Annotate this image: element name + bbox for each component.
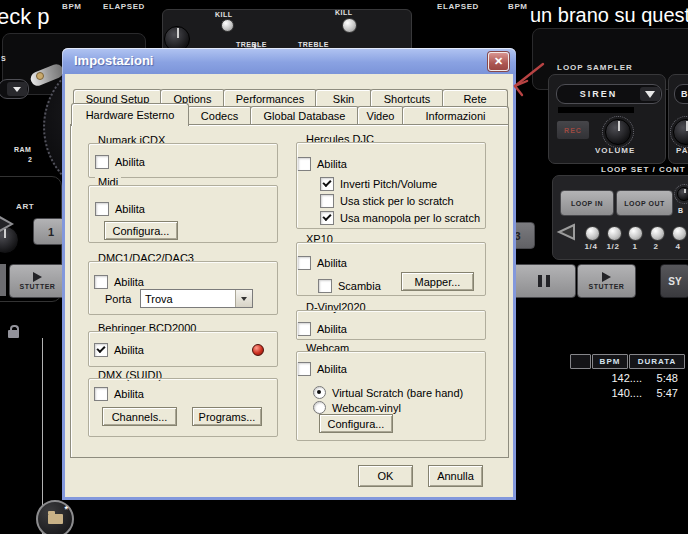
group-hercules: Hercules DJC Abilita Inverti Pitch/Volum…: [296, 136, 486, 229]
tab-label: Performances: [236, 93, 304, 105]
midi-configure-button[interactable]: Configura...: [104, 221, 178, 240]
chevron-down-icon[interactable]: [235, 290, 252, 307]
dmx-programs-button[interactable]: Programs...: [192, 407, 262, 426]
xp10-mapper-button[interactable]: Mapper...: [401, 272, 474, 291]
tab-label: Codecs: [201, 110, 238, 122]
tab-informazioni[interactable]: Informazioni: [402, 106, 509, 124]
group-dvinyl: D-Vinyl2020 Abilita: [296, 304, 486, 340]
group-behringer: Behringer BCD2000 Abilita: [88, 325, 278, 367]
tab-rete[interactable]: Rete: [442, 89, 508, 107]
cancel-button[interactable]: Annulla: [428, 465, 483, 487]
button-label: Configura...: [113, 225, 170, 237]
tab-label: Video: [367, 110, 395, 122]
group-webcam: Webcam Abilita Virtual Scratch (bare han…: [296, 345, 486, 441]
button-label: OK: [378, 470, 394, 482]
group-midi: Midi Abilita Configura...: [88, 179, 278, 243]
tab-skin[interactable]: Skin: [315, 89, 372, 107]
tab-label: Global Database: [264, 110, 346, 122]
button-label: Programs...: [199, 411, 256, 423]
tab-label: Shortcuts: [384, 93, 430, 105]
port-select[interactable]: Trova: [140, 289, 253, 308]
group-xp10: XP10 Abilita Scambia Mapper...: [296, 236, 486, 296]
dialog-title: Impostazioni: [74, 53, 153, 68]
tab-shortcuts[interactable]: Shortcuts: [370, 89, 444, 107]
tab-performances[interactable]: Performances: [223, 89, 317, 107]
group-numark: Numark iCDX Abilita: [88, 137, 278, 178]
button-label: Annulla: [437, 470, 474, 482]
ok-button[interactable]: OK: [358, 465, 413, 487]
tab-label: Informazioni: [426, 110, 486, 122]
button-label: Mapper...: [415, 276, 461, 288]
button-label: Configura...: [328, 418, 385, 430]
group-dmx: DMX (SUIDI) Abilita Channels... Programs…: [88, 372, 278, 437]
dialog-titlebar[interactable]: Impostazioni ✕: [62, 48, 516, 74]
dmx-channels-button[interactable]: Channels...: [102, 407, 177, 426]
tab-label: Rete: [463, 93, 486, 105]
tab-label: Skin: [333, 93, 354, 105]
tab-video[interactable]: Video: [357, 106, 404, 124]
tab-label: Hardware Esterno: [86, 109, 175, 121]
red-arrow-annotation: [505, 58, 550, 100]
port-select-value: Trova: [141, 293, 235, 305]
close-icon: ✕: [494, 55, 503, 68]
button-label: Channels...: [112, 411, 168, 423]
screen: eck p BPM ELAPSED ELAPSED BPM un brano s…: [0, 0, 688, 534]
group-dmc: DMC1/DAC2/DAC3 Abilita Porta Trova: [88, 255, 278, 315]
settings-dialog: Impostazioni ✕ Sound Setup Options Perfo…: [0, 0, 688, 534]
webcam-configure-button[interactable]: Configura...: [319, 414, 393, 433]
tab-hardware-esterno[interactable]: Hardware Esterno: [71, 103, 189, 126]
tab-codecs[interactable]: Codecs: [187, 106, 252, 124]
tab-global-database[interactable]: Global Database: [250, 106, 359, 124]
